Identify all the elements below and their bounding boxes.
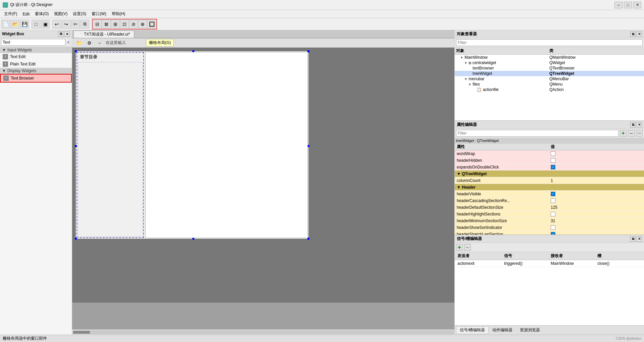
tab-resource-browser[interactable]: 资源浏览器: [516, 326, 544, 334]
obj-row-menubar[interactable]: ▼ menubar QMenuBar: [455, 76, 644, 82]
menu-bar: 文件(F) Edit 窗体(O) 视图(V) 设置(S) 窗口(W) 帮助(H): [0, 10, 644, 18]
widget-item-textedit[interactable]: T Text Edit: [0, 53, 72, 60]
prop-editor-close-btn[interactable]: ✕: [637, 122, 642, 128]
menu-file[interactable]: 文件(F): [1, 10, 20, 17]
obj-row-files[interactable]: ▼ files QMenu: [455, 82, 644, 87]
toolbar-copy[interactable]: ▣: [41, 20, 50, 29]
prop-add-btn[interactable]: +: [620, 130, 627, 137]
toolbar-layout-form[interactable]: ⊡: [120, 20, 129, 29]
design-tb-arrow[interactable]: →: [96, 40, 103, 46]
menu-help[interactable]: 帮助(H): [109, 10, 128, 17]
tab-signal-slot[interactable]: 信号/槽编辑器: [456, 326, 489, 334]
prop-filter-input[interactable]: [456, 130, 618, 137]
close-button[interactable]: ✕: [633, 2, 641, 8]
signal-editor-close-btn[interactable]: ✕: [637, 236, 642, 242]
toolbar-layout-grid[interactable]: ⊞: [111, 20, 120, 29]
scrollbar-track[interactable]: [73, 331, 454, 334]
headerhighlight-checkbox[interactable]: [551, 212, 555, 216]
h-scrollbar[interactable]: [72, 329, 454, 335]
minimize-button[interactable]: ─: [614, 2, 623, 8]
obj-tree-header: 对象 类: [455, 47, 644, 55]
toolbar-layout-splitter-v[interactable]: 🔲: [147, 20, 156, 29]
maximize-button[interactable]: □: [624, 2, 632, 8]
prop-row-headerdefault[interactable]: headerDefaultSectionSize 125: [455, 204, 644, 211]
widget-category-display: ▼ Display Widgets: [0, 68, 72, 74]
widget-item-plaintextedit[interactable]: T Plain Text Edit: [0, 60, 72, 68]
toolbar-undo[interactable]: ↩: [52, 20, 61, 29]
signal-editor-float-btn[interactable]: ⧉: [630, 236, 636, 242]
toolbar-save[interactable]: 💾: [20, 20, 29, 29]
toolbar-redo[interactable]: ↪: [62, 20, 70, 29]
prop-row-expandsdouble[interactable]: expandsOnDoubleClick: [455, 164, 644, 170]
design-tb-settings[interactable]: ⚙: [86, 40, 93, 46]
prop-row-headerhighlight[interactable]: headerHighlightSections: [455, 211, 644, 217]
text-browser-widget: [145, 52, 308, 238]
design-tab-bar: 📄 TXT阅读器 - UIReader.ui*: [72, 30, 454, 38]
prop-row-headervisible[interactable]: headerVisible: [455, 191, 644, 197]
menu-window[interactable]: 窗口(W): [89, 10, 109, 17]
design-tab-main[interactable]: 📄 TXT阅读器 - UIReader.ui*: [73, 31, 134, 38]
widget-box-float-btn[interactable]: ⧉: [58, 31, 63, 37]
design-tb-folder[interactable]: 📁: [75, 40, 83, 46]
obj-row-centralwidget[interactable]: ▼ ⊞ centralwidget QWidget: [455, 60, 644, 65]
toolbar-layout-h[interactable]: ⊟: [93, 20, 102, 29]
title-bar: Qt 设计师 - Qt Designer ─ □ ✕: [0, 0, 644, 10]
toolbar-layout-splitter-h[interactable]: ⊗: [138, 20, 147, 29]
headerhidden-checkbox[interactable]: [551, 158, 555, 163]
headerstretch-checkbox[interactable]: [551, 232, 555, 235]
sig-toolbar: + ─: [455, 243, 644, 252]
widget-box-close-btn[interactable]: ✕: [64, 31, 70, 37]
obj-filter: [455, 38, 644, 47]
design-toolbar-label: 在这里输入: [106, 40, 126, 46]
prop-editor-float-btn[interactable]: ⧉: [630, 122, 636, 128]
toolbar-layout-break[interactable]: ⊘: [129, 20, 138, 29]
obj-inspector-float-btn[interactable]: ⧉: [630, 32, 636, 37]
obj-inspector-close-btn[interactable]: ✕: [637, 32, 642, 37]
property-editor: 属性编辑器 ⧉ ✕ + ─ ⋯ treeWidget : QTreeWidget…: [455, 121, 644, 235]
prop-row-wordwrap[interactable]: wordWrap: [455, 150, 644, 157]
prop-row-headercascading[interactable]: headerCascadingSectionRe...: [455, 197, 644, 204]
toolbar-taborder[interactable]: ⧉: [81, 20, 89, 29]
sig-add-btn[interactable]: +: [456, 244, 463, 251]
prop-row-headerhidden[interactable]: headerHidden: [455, 157, 644, 164]
toolbar-layout-v[interactable]: ⊠: [102, 20, 111, 29]
obj-row-textbrowser[interactable]: textBrowser QTextBrowser: [455, 65, 644, 71]
prop-remove-btn[interactable]: ─: [628, 130, 635, 137]
prop-row-headerstretch[interactable]: headerStretchLastSection: [455, 231, 644, 235]
obj-inspector-header: 对象查看器 ⧉ ✕: [455, 30, 644, 38]
toolbar: 📄 📂 💾 □ ▣ ↩ ↪ ✄ ⧉ ⊟ ⊠ ⊞ ⊡ ⊘ ⊗ 🔲 栅格布局(G): [0, 18, 644, 30]
headershowsort-checkbox[interactable]: [551, 225, 555, 230]
form-inner: 章节目录: [76, 51, 308, 239]
prop-row-headershowsort[interactable]: headerShowSortIndicator: [455, 224, 644, 231]
toolbar-new[interactable]: 📄: [1, 20, 10, 29]
wordwrap-checkbox[interactable]: [551, 151, 555, 156]
menu-edit[interactable]: Edit: [20, 11, 32, 17]
toolbar-open[interactable]: 📂: [11, 20, 19, 29]
sig-row-0[interactable]: actionexit triggered() MainWindow close(…: [455, 260, 644, 267]
title-bar-title: Qt 设计师 - Qt Designer: [10, 2, 53, 8]
obj-row-actionfile[interactable]: 📋 actionfile QAction: [455, 87, 644, 92]
toolbar-cut[interactable]: □: [32, 20, 40, 29]
prop-widget-label: treeWidget : QTreeWidget: [455, 138, 644, 144]
menu-form[interactable]: 窗体(O): [32, 10, 51, 17]
expandsdouble-checkbox[interactable]: [551, 165, 555, 169]
sig-remove-btn[interactable]: ─: [464, 244, 471, 251]
widget-box-search-input[interactable]: [1, 39, 65, 46]
menu-view[interactable]: 视图(V): [51, 10, 70, 17]
headervisible-checkbox[interactable]: [551, 192, 555, 196]
obj-filter-input[interactable]: [456, 39, 643, 46]
tab-action-editor[interactable]: 动作编辑器: [489, 326, 516, 334]
search-clear-btn[interactable]: ✕: [65, 40, 71, 45]
prop-row-columncount[interactable]: columnCount 1: [455, 177, 644, 184]
bottom-strip: [72, 302, 454, 329]
menu-settings[interactable]: 设置(S): [70, 10, 89, 17]
headercascading-checkbox[interactable]: [551, 198, 555, 203]
design-canvas: 章节目录: [72, 48, 454, 302]
prop-more-btn[interactable]: ⋯: [636, 130, 643, 137]
prop-row-headerminimum[interactable]: headerMinimumSectionSize 31: [455, 217, 644, 224]
main-area: Widget Box ⧉ ✕ ✕ ▼ Input Widgets T Text …: [0, 30, 644, 335]
obj-row-treewidget[interactable]: treeWidget QTreeWidget: [455, 71, 644, 76]
obj-row-mainwindow[interactable]: ▼ MainWindow QMainWindow: [455, 55, 644, 60]
toolbar-pointer[interactable]: ✄: [71, 20, 80, 29]
widget-item-textbrowser[interactable]: T Text Browser: [0, 74, 72, 83]
